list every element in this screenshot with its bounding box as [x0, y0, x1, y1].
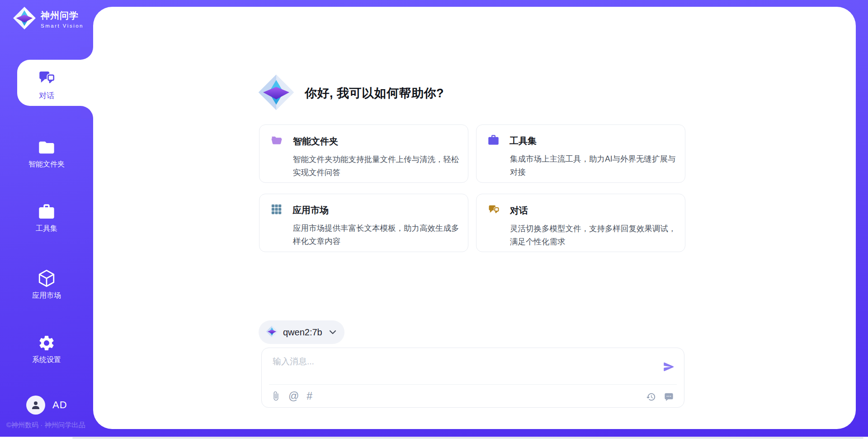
sidebar-item-toolkit[interactable]: 工具集 — [1, 203, 92, 234]
card-smart-folder[interactable]: 智能文件夹 智能文件夹功能支持批量文件上传与清洗，轻松实现文件问答 — [259, 124, 468, 183]
card-title: 工具集 — [509, 135, 537, 147]
message-input[interactable] — [273, 354, 589, 369]
card-chat[interactable]: 对话 灵活切换多模型文件，支持多样回复效果调试，满足个性化需求 — [476, 194, 685, 252]
card-description: 集成市场上主流工具，助力AI与外界无缝扩展与对接 — [510, 153, 678, 179]
composer-divider — [269, 384, 677, 385]
folder-icon — [1, 138, 92, 157]
greeting-text: 你好, 我可以如何帮助你? — [305, 85, 444, 101]
card-toolkit[interactable]: 工具集 集成市场上主流工具，助力AI与外界无缝扩展与对接 — [476, 124, 685, 183]
sidebar-item-label: 工具集 — [1, 224, 92, 234]
greeting-diamond-icon — [258, 74, 295, 113]
card-description: 灵活切换多模型文件，支持多样回复效果调试，满足个性化需求 — [510, 222, 678, 248]
sidebar-item-app-market[interactable]: 应用市场 — [1, 269, 92, 301]
card-title: 智能文件夹 — [293, 135, 338, 148]
user-account[interactable]: AD — [26, 396, 67, 415]
chevron-down-icon — [329, 330, 336, 334]
sidebar-item-chat[interactable]: 对话 — [1, 68, 92, 101]
card-title: 应用市场 — [292, 204, 329, 216]
sidebar-item-label: 应用市场 — [1, 291, 92, 301]
brand-diamond-icon — [13, 6, 36, 32]
sidebar-item-smart-folder[interactable]: 智能文件夹 — [1, 138, 92, 169]
message-composer: @ # — [261, 348, 684, 408]
brand-subtitle: Smart Vision — [41, 23, 84, 29]
card-app-market[interactable]: 应用市场 应用市场提供丰富长文本模板，助力高效生成多样化文章内容 — [259, 194, 468, 252]
cube-icon — [1, 269, 92, 288]
sidebar-item-label: 系统设置 — [1, 355, 92, 365]
model-name: qwen2:7b — [283, 327, 322, 338]
user-initials: AD — [52, 399, 67, 411]
avatar — [26, 396, 45, 415]
brand-title: 神州问学 — [41, 10, 79, 20]
model-selector[interactable]: qwen2:7b — [259, 320, 344, 344]
hash-icon[interactable]: # — [307, 391, 312, 401]
sidebar: 神州问学 Smart Vision — [0, 0, 93, 439]
send-icon[interactable] — [663, 361, 675, 373]
tab-fillet-top — [80, 47, 93, 60]
model-diamond-icon — [266, 325, 278, 339]
app-window: 神州问学 Smart Vision — [0, 0, 868, 439]
horizontal-scrollbar[interactable] — [0, 437, 868, 439]
history-icon[interactable] — [646, 392, 656, 402]
greeting: 你好, 我可以如何帮助你? — [258, 74, 444, 113]
grid-icon — [270, 203, 283, 217]
chat-icon — [1, 68, 92, 87]
copyright-footer: ©神州数码 · 神州问学出品 — [6, 421, 92, 429]
card-title: 对话 — [510, 205, 528, 217]
attachment-icon[interactable] — [271, 391, 281, 401]
sidebar-item-label: 智能文件夹 — [1, 160, 92, 169]
sidebar-item-label: 对话 — [1, 91, 92, 101]
toolbox-icon — [1, 203, 92, 221]
gear-icon — [1, 334, 92, 352]
folder-open-icon — [270, 134, 283, 148]
card-description: 应用市场提供丰富长文本模板，助力高效生成多样化文章内容 — [293, 222, 461, 248]
chat-icon — [487, 203, 500, 218]
at-icon[interactable]: @ — [288, 391, 299, 401]
feedback-icon[interactable] — [664, 391, 674, 402]
brand-logo: 神州问学 Smart Vision — [13, 6, 84, 32]
scrollbar-thumb[interactable] — [72, 437, 863, 439]
toolbox-icon — [487, 134, 500, 148]
card-description: 智能文件夹功能支持批量文件上传与清洗，轻松实现文件问答 — [293, 153, 461, 179]
sidebar-item-settings[interactable]: 系统设置 — [1, 334, 92, 365]
tab-fillet-bottom — [80, 106, 93, 119]
